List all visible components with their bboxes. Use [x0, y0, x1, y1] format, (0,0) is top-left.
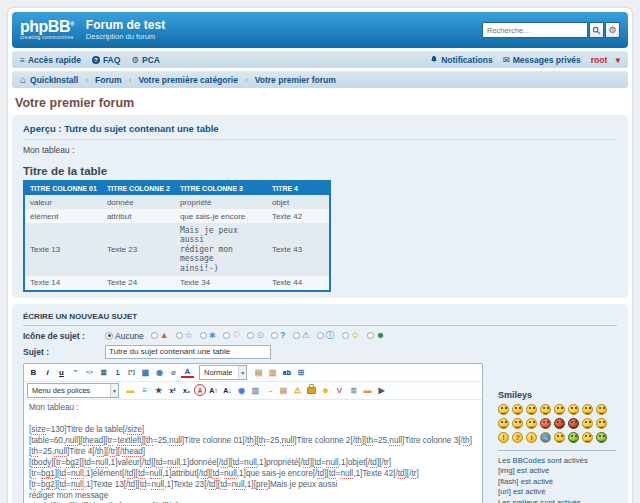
- faq-link[interactable]: ?FAQ: [92, 55, 120, 65]
- topic-icon-none[interactable]: Aucune: [105, 331, 144, 341]
- list-ordered-icon[interactable]: 1.: [111, 366, 124, 378]
- smiley-mrgreen-icon[interactable]: [568, 432, 579, 443]
- star-bbcode-icon[interactable]: ★: [152, 384, 165, 396]
- table-cell: propriété: [175, 195, 267, 209]
- smiley-ugeek-icon[interactable]: [596, 432, 607, 443]
- smiley-arrow-icon[interactable]: →: [540, 432, 551, 443]
- font-grow-icon[interactable]: A↑: [207, 384, 220, 396]
- page-wrap: phpBB® creating communities Forum de tes…: [8, 8, 632, 503]
- slideshow-icon[interactable]: ▬: [361, 384, 374, 396]
- breadcrumb-link-forum-index[interactable]: Forum: [95, 75, 121, 85]
- topic-icon-asterisk[interactable]: ∗: [200, 331, 217, 340]
- smiley-mad-icon[interactable]: [540, 418, 551, 429]
- smiley-neutral-icon[interactable]: [596, 418, 607, 429]
- breadcrumb-link-category[interactable]: Votre première catégorie: [138, 75, 238, 85]
- topic-icon-question[interactable]: ?: [271, 331, 286, 340]
- topic-icon-info[interactable]: ⓘ: [317, 331, 335, 340]
- smiley-exclaim-icon[interactable]: !: [498, 432, 509, 443]
- breadcrumb-link-forum[interactable]: Votre premier forum: [255, 75, 336, 85]
- quote-icon[interactable]: ”: [69, 366, 82, 378]
- smiley-sad-icon[interactable]: [554, 432, 565, 443]
- topic-icon-alert[interactable]: ⚠: [293, 331, 310, 340]
- copy-icon[interactable]: ▤: [252, 366, 265, 378]
- text-case-icon[interactable]: ab: [280, 366, 293, 378]
- subscript-icon[interactable]: x₂: [180, 384, 193, 396]
- topic-icon-cool[interactable]: ☻: [367, 331, 385, 340]
- note-icon[interactable]: ≣: [347, 384, 360, 396]
- gradient-icon[interactable]: ▤: [277, 384, 290, 396]
- smiley-rolleyes-icon[interactable]: [582, 418, 593, 429]
- private-messages-link[interactable]: ✉Messages privés: [503, 55, 581, 65]
- font-family-select[interactable]: Menu des polices▾: [27, 383, 119, 398]
- table-cell: élément: [24, 209, 102, 223]
- smiley-evil-icon[interactable]: [554, 418, 565, 429]
- paste-icon[interactable]: ▥: [266, 366, 279, 378]
- smilies-link[interactable]: smileys: [513, 498, 539, 503]
- smiley-idea-icon[interactable]: i: [526, 432, 537, 443]
- play-icon[interactable]: ▶: [375, 384, 388, 396]
- search-settings-button[interactable]: ⚙: [605, 22, 620, 38]
- user-menu[interactable]: root ▾: [591, 55, 620, 65]
- fade-icon[interactable]: ▥: [249, 384, 262, 396]
- highlight-icon[interactable]: ▬: [124, 384, 137, 396]
- smiley-eek-icon[interactable]: [568, 404, 579, 415]
- smiley-surprised-icon[interactable]: [554, 404, 565, 415]
- smiley-wink-icon[interactable]: [526, 404, 537, 415]
- page-title[interactable]: Votre premier forum: [15, 96, 625, 110]
- lock-icon[interactable]: [305, 384, 318, 396]
- message-textarea[interactable]: Mon tableau : [size=130]Titre de la tabl…: [24, 400, 482, 503]
- scroll-icon[interactable]: →: [263, 384, 276, 396]
- list-bullet-icon[interactable]: ≣: [97, 366, 110, 378]
- smiley-geek-icon[interactable]: [582, 432, 593, 443]
- code-icon[interactable]: <>: [83, 366, 96, 378]
- justify-icon[interactable]: ≡: [138, 384, 151, 396]
- smiley-question-icon[interactable]: ?: [512, 432, 523, 443]
- smiley-lol-icon[interactable]: [540, 404, 551, 415]
- heart-icon: ♡: [232, 331, 240, 340]
- smiley-razz-icon[interactable]: [498, 418, 509, 429]
- smiley-smile-icon[interactable]: [512, 404, 523, 415]
- search-input[interactable]: [482, 22, 588, 38]
- bbcode-toolbar: Menu des polices▾ ▬ ≡ ★ x² x₂ A A↑ A↓ ◉ …: [24, 382, 482, 400]
- breadcrumb: ⌂ QuickInstall ‹ Forum ‹ Votre première …: [12, 71, 628, 88]
- smiley-cool-icon[interactable]: [596, 404, 607, 415]
- site-name[interactable]: Forum de test: [86, 19, 165, 32]
- font-size-select[interactable]: Normale▾: [199, 365, 247, 380]
- bbcode-link[interactable]: BBCodes: [513, 456, 545, 465]
- smiley-twisted-icon[interactable]: [568, 418, 579, 429]
- smiley-cry-icon[interactable]: [526, 418, 537, 429]
- warning-icon[interactable]: ⚠: [291, 384, 304, 396]
- smiley-biggrin-icon[interactable]: [498, 404, 509, 415]
- topic-icon-smile[interactable]: ☺: [342, 331, 360, 340]
- topic-icon-fire[interactable]: ▲: [151, 331, 169, 340]
- font-color-icon[interactable]: A: [181, 366, 194, 378]
- link-icon[interactable]: ◉: [153, 366, 166, 378]
- search-button[interactable]: [589, 22, 604, 38]
- topic-icon-speech[interactable]: ⊙: [247, 331, 264, 340]
- list-item-icon[interactable]: [*]: [125, 366, 138, 378]
- topic-icon-star[interactable]: ☆: [176, 331, 193, 340]
- video-icon[interactable]: V: [333, 384, 346, 396]
- superscript-icon[interactable]: x²: [166, 384, 179, 396]
- italic-icon[interactable]: i: [41, 366, 54, 378]
- smiley-confused-icon[interactable]: [582, 404, 593, 415]
- glow-icon[interactable]: ◉: [235, 384, 248, 396]
- subject-input[interactable]: [105, 345, 271, 359]
- remove-format-icon[interactable]: A: [194, 384, 206, 396]
- unlink-icon[interactable]: ø: [167, 366, 180, 378]
- phpbb-logo[interactable]: phpBB® creating communities: [20, 19, 74, 41]
- smiley-oops-icon[interactable]: [512, 418, 523, 429]
- quick-links-menu[interactable]: ≡Accès rapide: [20, 55, 81, 65]
- font-shrink-icon[interactable]: A↓: [221, 384, 234, 396]
- gear-icon: ⚙: [608, 25, 616, 35]
- notifications-link[interactable]: Notifications: [430, 55, 492, 65]
- underline-icon[interactable]: u: [55, 366, 68, 378]
- quick-nav-bar: ≡Accès rapide ?FAQ ⚙PCA Notifications ✉M…: [12, 51, 628, 68]
- topic-icon-heart[interactable]: ♡: [223, 331, 240, 340]
- spoiler-icon[interactable]: ☻: [319, 384, 332, 396]
- bold-icon[interactable]: B: [27, 366, 40, 378]
- image-icon[interactable]: ▦: [139, 366, 152, 378]
- breadcrumb-link-board[interactable]: QuickInstall: [30, 75, 78, 85]
- table-icon[interactable]: ⊞: [294, 366, 307, 378]
- acp-link[interactable]: ⚙PCA: [131, 55, 160, 65]
